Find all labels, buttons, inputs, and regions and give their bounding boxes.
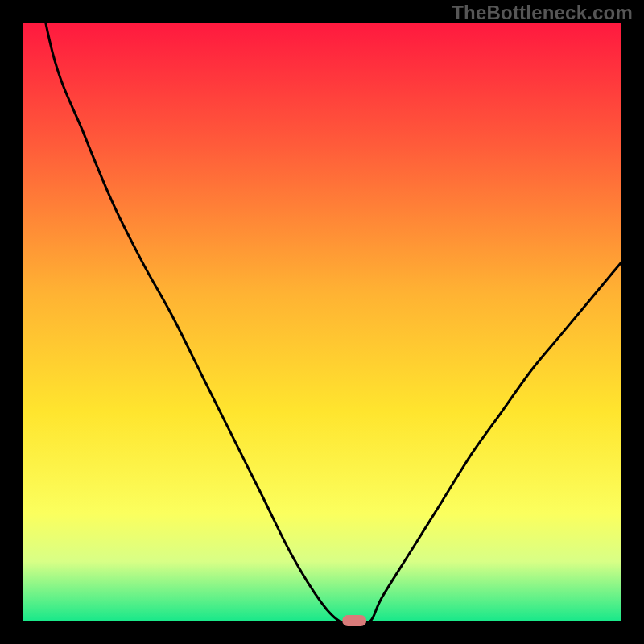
chart-canvas [0, 0, 644, 644]
chart-frame: TheBottleneck.com [0, 0, 644, 644]
gradient-background [23, 23, 621, 621]
watermark-text: TheBottleneck.com [452, 2, 633, 24]
optimum-marker [342, 615, 366, 626]
